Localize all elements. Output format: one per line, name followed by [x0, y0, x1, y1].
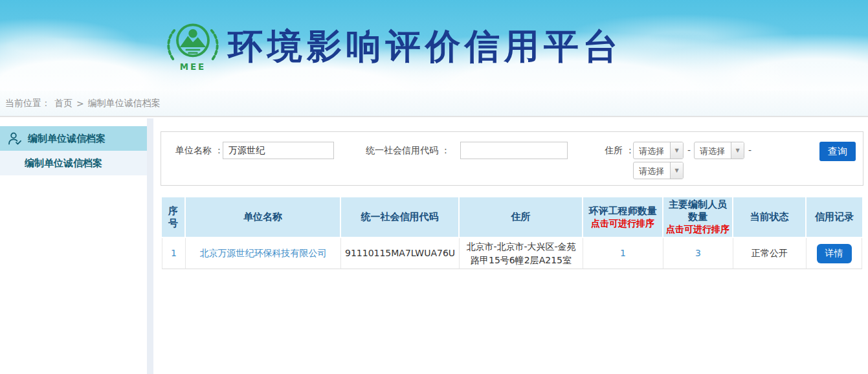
mee-logo-icon: MEE [162, 14, 224, 76]
sidebar: 编制单位诚信档案 编制单位诚信档案 [0, 118, 147, 374]
engineer-count-link[interactable]: 1 [620, 248, 626, 258]
chevron-down-icon[interactable]: ▼ [670, 162, 683, 179]
header-index: 序号 [162, 197, 186, 238]
header-company-name: 单位名称 [186, 197, 341, 238]
breadcrumb-separator-icon: > [76, 98, 84, 109]
dash-separator: - [748, 145, 751, 155]
sidebar-subitem-credit-archive[interactable]: 编制单位诚信档案 [0, 151, 147, 175]
cell-address: 北京市-北京市-大兴区-金苑路甲15号6幢2层A215室 [460, 238, 583, 269]
residence-label: 住所 ： [605, 145, 634, 157]
breadcrumb-home-link[interactable]: 首页 [54, 98, 72, 109]
header-engineer-count[interactable]: 环评工程师数量 点击可进行排序 [583, 197, 663, 238]
company-name-input[interactable] [223, 142, 334, 159]
breadcrumb-current: 编制单位诚信档案 [88, 98, 161, 109]
search-panel: 单位名称 ： 统一社会信用代码 ： 住所 ： 请选择 ▼ - 请选择 ▼ - 请… [161, 131, 863, 186]
sort-hint[interactable]: 点击可进行排序 [666, 224, 729, 236]
cell-credit-code: 91110115MA7LWUA76U [341, 238, 460, 269]
breadcrumb-label: 当前位置： [5, 98, 50, 109]
sort-hint[interactable]: 点击可进行排序 [586, 218, 660, 230]
header-credit-record: 信用记录 [807, 197, 862, 238]
header-address: 住所 [460, 197, 583, 238]
results-table: 序号 单位名称 统一社会信用代码 住所 环评工程师数量 点击可进行排序 主要编制… [162, 197, 862, 269]
header-banner: MEE 环境影响评价信用平台 [0, 0, 868, 91]
chevron-down-icon[interactable]: ▼ [731, 142, 744, 159]
city-select[interactable]: 请选择 ▼ [694, 142, 744, 159]
table-row: 1 北京万源世纪环保科技有限公司 91110115MA7LWUA76U 北京市-… [162, 238, 862, 269]
header-credit-code: 统一社会信用代码 [341, 197, 460, 238]
page: MEE 环境影响评价信用平台 当前位置： 首页 > 编制单位诚信档案 编制单位诚… [0, 0, 868, 374]
breadcrumb: 当前位置： 首页 > 编制单位诚信档案 [0, 91, 868, 117]
query-button[interactable]: 查询 [819, 142, 856, 161]
province-select[interactable]: 请选择 ▼ [633, 142, 684, 159]
sidebar-item-credit-archive[interactable]: 编制单位诚信档案 [0, 126, 147, 151]
credit-code-label: 统一社会信用代码 ： [366, 145, 450, 157]
dash-separator: - [687, 145, 691, 155]
credit-code-input[interactable] [460, 142, 568, 159]
svg-text:MEE: MEE [180, 62, 206, 72]
company-name-link[interactable]: 北京万源世纪环保科技有限公司 [200, 248, 327, 258]
cell-index: 1 [162, 238, 186, 269]
sidebar-divider [147, 118, 153, 374]
district-select[interactable]: 请选择 ▼ [633, 162, 684, 179]
person-check-icon [8, 131, 22, 146]
sidebar-item-label: 编制单位诚信档案 [28, 133, 106, 145]
staff-count-link[interactable]: 3 [695, 248, 701, 258]
company-name-label: 单位名称 ： [175, 145, 223, 157]
header-status: 当前状态 [733, 197, 807, 238]
cell-status: 正常公开 [733, 238, 807, 269]
page-title: 环境影响评价信用平台 [228, 23, 623, 70]
detail-button[interactable]: 详情 [817, 244, 852, 263]
chevron-down-icon[interactable]: ▼ [670, 142, 683, 159]
table-header-row: 序号 单位名称 统一社会信用代码 住所 环评工程师数量 点击可进行排序 主要编制… [162, 197, 862, 238]
header-staff-count[interactable]: 主要编制人员数量 点击可进行排序 [663, 197, 733, 238]
